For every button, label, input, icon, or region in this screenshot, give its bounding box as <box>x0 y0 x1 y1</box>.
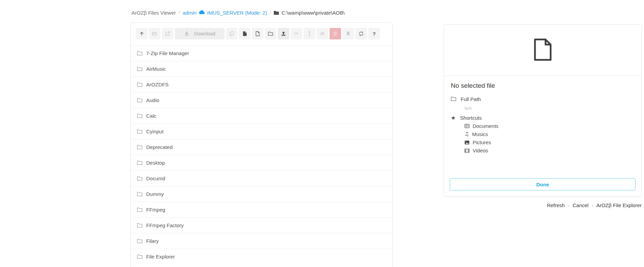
new-file-icon <box>255 31 260 36</box>
folder-icon <box>137 239 142 243</box>
done-button[interactable]: Done <box>450 178 635 190</box>
file-explorer-link[interactable]: ArOZβ File Explorer <box>596 202 642 208</box>
toolbar: Download ✂ <box>131 23 392 45</box>
new-folder-icon <box>268 31 273 36</box>
footer-actions: Refresh · Cancel · ArOZβ File Explorer <box>547 202 642 208</box>
refresh-link[interactable]: Refresh <box>547 202 565 208</box>
file-row[interactable]: Dummy <box>131 186 392 202</box>
cut-button[interactable]: ✂ <box>291 28 302 39</box>
shortcut-label: Videos <box>473 148 488 153</box>
file-name: FFmpeg Factory <box>146 222 184 228</box>
breadcrumb-user-link[interactable]: admin IMUS_SERVER (Mode: 2) <box>183 10 267 16</box>
music-icon: ♫ <box>464 132 469 137</box>
footer-separator: · <box>568 202 569 208</box>
folder-icon <box>137 176 142 181</box>
breadcrumb-separator: / <box>270 10 271 15</box>
cancel-link[interactable]: Cancel <box>572 202 588 208</box>
new-folder-button[interactable] <box>265 28 276 39</box>
cloud-icon <box>199 10 205 16</box>
shortcuts-label: Shortcuts <box>460 115 481 121</box>
file-row[interactable]: File Explorer <box>131 249 392 264</box>
file-name: FFmpeg <box>146 207 165 213</box>
delete-button[interactable] <box>329 28 341 39</box>
file-row[interactable]: AirMusic <box>131 61 392 77</box>
shortcut-musics[interactable]: ♫ Musics <box>464 131 634 137</box>
file-name: Documd <box>146 176 165 181</box>
open-external-button[interactable] <box>162 28 173 39</box>
rename-icon <box>307 31 312 36</box>
file-row[interactable]: Deprecated <box>131 139 392 155</box>
shortcut-pictures[interactable]: Pictures <box>464 139 634 145</box>
file-row[interactable]: Filary <box>131 233 392 249</box>
app-title: ArOZβ Files Viewer <box>132 10 176 16</box>
shortcut-videos[interactable]: Videos <box>464 148 634 153</box>
copy-button[interactable] <box>226 28 237 39</box>
file-row[interactable]: FFmpeg <box>131 202 392 217</box>
file-name: Dummy <box>146 191 164 197</box>
trash-icon <box>333 31 338 36</box>
paste-button[interactable] <box>239 28 250 39</box>
full-path-value: N/A <box>464 106 634 111</box>
user-name: admin <box>183 10 197 16</box>
file-browser-card: Download ✂ <box>131 22 393 267</box>
move-button[interactable] <box>317 28 328 39</box>
folder-icon <box>137 82 142 87</box>
file-name: 7-Zip File Manager <box>146 50 189 56</box>
file-name: Desktop <box>146 160 165 166</box>
file-name: File Explorer <box>146 254 175 260</box>
folder-icon <box>137 192 142 196</box>
refresh-button[interactable] <box>355 28 367 39</box>
move-icon <box>320 31 325 36</box>
open-button[interactable] <box>149 28 160 39</box>
file-row[interactable]: 7-Zip File Manager <box>131 45 392 61</box>
arrow-up-icon <box>139 31 144 36</box>
bookmark-icon <box>346 31 351 36</box>
shortcut-documents[interactable]: Documents <box>464 123 634 129</box>
file-name: ArOZDFS <box>146 82 169 87</box>
folder-icon <box>137 129 142 134</box>
file-row[interactable]: Cyinput <box>131 123 392 139</box>
folder-icon <box>137 207 142 212</box>
selection-status-title: No selected file <box>444 76 641 91</box>
help-icon: ? <box>372 31 375 37</box>
file-row[interactable]: Calc <box>131 108 392 123</box>
shortcut-label: Musics <box>472 131 488 137</box>
folder-icon <box>137 223 142 228</box>
folder-icon <box>137 51 142 55</box>
footer-separator: · <box>592 202 593 208</box>
folder-icon <box>137 145 142 149</box>
file-row[interactable]: Audio <box>131 92 392 108</box>
download-button-label: Download <box>194 31 215 36</box>
file-row[interactable]: Documd <box>131 170 392 186</box>
upload-icon <box>281 31 286 36</box>
shortcut-label: Documents <box>473 123 499 129</box>
breadcrumb: ArOZβ Files Viewer / admin IMUS_SERVER (… <box>132 9 344 16</box>
file-row[interactable]: ArOZDFS <box>131 77 392 92</box>
current-path: C:\wamp\www\private\AOB\ <box>281 10 344 16</box>
shortcut-label: Pictures <box>473 139 491 145</box>
file-list: 7-Zip File Manager AirMusic ArOZDFS Audi… <box>131 45 392 264</box>
folder-icon <box>137 67 142 71</box>
star-icon: ★ <box>451 115 456 121</box>
help-button[interactable]: ? <box>368 28 380 39</box>
picture-icon <box>464 140 470 145</box>
video-icon <box>464 148 470 153</box>
file-large-icon <box>534 38 552 63</box>
server-name: IMUS_SERVER (Mode: 2) <box>207 10 267 16</box>
new-file-button[interactable] <box>252 28 263 39</box>
upload-button[interactable] <box>278 28 289 39</box>
go-up-button[interactable] <box>136 28 148 39</box>
full-path-row: Full Path <box>451 96 634 102</box>
bookmark-button[interactable] <box>342 28 354 39</box>
file-name: Cyinput <box>146 129 164 134</box>
full-path-label: Full Path <box>461 96 481 102</box>
download-button[interactable]: Download <box>175 28 225 39</box>
folder-icon <box>137 114 142 118</box>
folder-outline-icon <box>451 96 456 102</box>
rename-button[interactable] <box>304 28 315 39</box>
file-row[interactable]: Desktop <box>131 155 392 170</box>
file-row[interactable]: FFmpeg Factory <box>131 217 392 233</box>
document-icon <box>464 123 470 129</box>
breadcrumb-separator: / <box>179 10 180 15</box>
folder-icon <box>137 254 142 259</box>
